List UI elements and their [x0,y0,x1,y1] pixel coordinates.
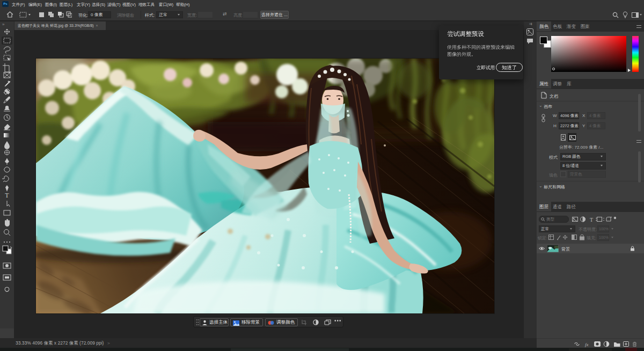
svg-text:fx: fx [585,342,589,347]
svg-text:T: T [5,192,9,199]
svg-text:T: T [590,217,593,223]
